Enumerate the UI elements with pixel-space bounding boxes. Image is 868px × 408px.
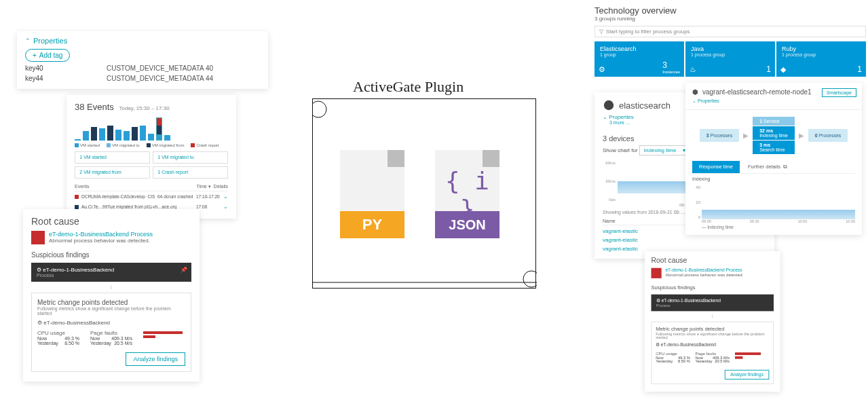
properties-toggle[interactable]: ⌄ Properties	[692, 98, 855, 104]
process-link[interactable]: eT-demo-1-BusinessBackend Process	[665, 268, 743, 273]
gear-icon: ⚙	[599, 65, 605, 74]
device-link[interactable]: vagrant-elastic	[603, 234, 766, 243]
cluster-icon: ⬢	[692, 88, 698, 96]
elasticsearch-icon	[603, 99, 615, 111]
events-title: 38 Events Today, 15:30 – 17:30	[75, 102, 228, 112]
properties-panel: Properties + Add tag key40 CUSTOM_DEVICE…	[17, 31, 268, 89]
python-file-icon: PY	[340, 150, 404, 238]
svg-point-1	[523, 271, 537, 287]
event-count-box[interactable]: 1 Crash report	[153, 166, 228, 179]
java-icon: ♨	[690, 65, 696, 74]
property-row: key40 CUSTOM_DEVICE_METADATA 40	[25, 64, 260, 72]
page-title: Technology overview	[595, 5, 866, 16]
filter-icon: ▽	[599, 29, 603, 35]
filter-input[interactable]: ▽ Start typing to filter process groups	[595, 26, 866, 37]
chevron-down-icon[interactable]: ⌄	[223, 204, 228, 210]
alert-icon	[31, 231, 45, 244]
scroll-container: PY { i } JSON	[312, 98, 536, 289]
rootcause-panel-right: Root cause eT-demo-1-BusinessBackend Pro…	[645, 251, 780, 392]
rootcause-title: Root cause	[31, 216, 191, 227]
tech-tile-ruby[interactable]: Ruby1 process group ◆ 1	[776, 41, 866, 77]
rootcause-panel: Root cause eT-demo-1-BusinessBackend Pro…	[23, 209, 200, 382]
alert-icon	[652, 268, 662, 278]
tech-tile-elasticsearch[interactable]: Elasticsearch1 group ⚙ 3Instances	[595, 41, 684, 77]
event-count-box[interactable]: 1 VM started	[75, 151, 150, 164]
process-tile[interactable]: ⚙ eT-demo-1-BusinessBackend Process 📌	[31, 263, 191, 282]
svg-point-0	[313, 101, 326, 117]
technology-overview: Technology overview 3 groups running ▽ S…	[595, 5, 866, 77]
properties-toggle[interactable]: Properties	[25, 37, 260, 45]
events-bar-chart	[75, 116, 228, 141]
chevron-down-icon[interactable]: ⌄	[223, 193, 228, 200]
tech-tile-java[interactable]: Java1 process group ♨ 1	[685, 41, 775, 77]
vagrant-node-panel: ⬢ vagrant-elasticsearch-remote-node1 Sma…	[685, 83, 862, 235]
activegate-title: ActiveGate Plugin	[353, 78, 464, 96]
external-icon: ⧉	[783, 164, 787, 170]
chart-legend: VM started VM migrated to VM migrated fr…	[75, 143, 228, 147]
tab-further-details[interactable]: Further details⧉	[741, 161, 794, 173]
add-tag-button[interactable]: + Add tag	[25, 49, 70, 62]
process-link[interactable]: eT-demo-1-BusinessBackend Process	[49, 231, 153, 238]
analyze-findings-button[interactable]: Analyze findings	[725, 370, 770, 379]
tab-response-time[interactable]: Response time	[692, 161, 740, 173]
event-count-box[interactable]: 2 VM migrated from	[75, 166, 150, 179]
svg-point-3	[604, 100, 614, 110]
smartscape-button[interactable]: Smartscape	[822, 88, 856, 97]
event-count-box[interactable]: 1 VM migrated to	[153, 151, 228, 164]
property-row: key44 CUSTOM_DEVICE_METADATA 44	[25, 75, 260, 82]
line-chart	[702, 185, 855, 219]
json-file-icon: { i } JSON	[435, 150, 499, 238]
analyze-findings-button[interactable]: Analyze findings	[126, 352, 185, 366]
events-panel: 38 Events Today, 15:30 – 17:30 VM starte…	[67, 95, 236, 219]
ruby-icon: ◆	[780, 65, 786, 74]
pin-icon: 📌	[181, 267, 187, 273]
event-row[interactable]: DCRUMA-template-CASdevelop_CIS_64-dcrum …	[75, 191, 228, 202]
service-flow: 3 Processes ▶ 1 Service 32 msIndexing ti…	[692, 117, 855, 154]
plus-icon: +	[33, 52, 37, 59]
chart-metric-dropdown[interactable]: Indexing time	[639, 145, 690, 155]
